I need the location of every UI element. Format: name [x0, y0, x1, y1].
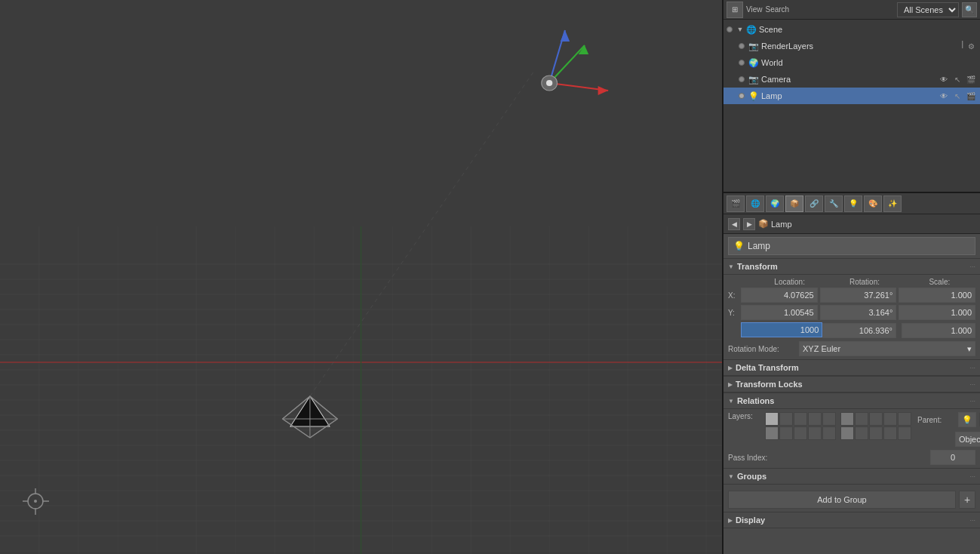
rot-y-field[interactable] — [820, 305, 897, 320]
outliner-visibility-dot — [739, 76, 745, 82]
triangle-icon: ▶ — [728, 365, 733, 371]
cursor-btn[interactable]: ↖ — [951, 90, 963, 102]
display-section-header[interactable]: ▶ Display ··· — [723, 512, 980, 528]
eye-btn[interactable]: 👁 — [938, 73, 950, 85]
back-arrow[interactable]: ◀ — [728, 218, 740, 230]
outliner-label: RenderLayers — [761, 42, 956, 51]
tab-modifiers[interactable]: 🔧 — [825, 195, 843, 212]
render-btn[interactable]: 🎬 — [965, 90, 977, 102]
layer-11[interactable] — [840, 412, 854, 426]
parent-row: Parent: 💡 ↙ — [917, 412, 980, 427]
cursor-btn[interactable]: ↖ — [951, 73, 963, 85]
outliner-row-renderlayers[interactable]: 📷 RenderLayers | ⚙ — [723, 38, 980, 54]
tab-scene[interactable]: 🌐 — [746, 195, 764, 212]
add-to-group-plus-btn[interactable]: + — [959, 491, 975, 509]
breadcrumb-object-label: Lamp — [771, 220, 792, 229]
groups-section-header[interactable]: ▼ Groups ··· — [723, 468, 980, 485]
loc-y-field[interactable] — [741, 305, 818, 320]
tab-world[interactable]: 🌍 — [766, 195, 784, 212]
relations-section-header[interactable]: ▼ Relations ··· — [723, 392, 980, 409]
layer-18[interactable] — [869, 426, 883, 440]
layer-16[interactable] — [840, 426, 854, 440]
dropdown-arrow: ▾ — [967, 344, 972, 354]
layer-10[interactable] — [822, 426, 836, 440]
layers-parent-row: Layers: — [728, 412, 975, 447]
viewport-grid — [0, 0, 722, 554]
layer-4[interactable] — [808, 412, 822, 426]
outliner-visibility-dot — [727, 26, 733, 32]
parent-type-dropdown[interactable]: Object ▾ — [955, 432, 980, 447]
layer-9[interactable] — [808, 426, 822, 440]
x-transform-row: X: — [728, 288, 975, 303]
layer-7[interactable] — [779, 426, 793, 440]
layer-20[interactable] — [898, 426, 911, 440]
rot-x-field[interactable] — [820, 288, 897, 303]
render-btn[interactable]: 🎬 — [965, 73, 977, 85]
layer-14[interactable] — [883, 412, 897, 426]
eye-btn[interactable]: 👁 — [938, 90, 950, 102]
view-menu[interactable]: View — [746, 5, 763, 14]
scale-x-field[interactable] — [899, 288, 975, 303]
outliner-icon[interactable]: ⊞ — [727, 2, 743, 18]
layers-row-1 — [765, 412, 836, 426]
x-label: X: — [728, 291, 739, 300]
outliner-row-lamp[interactable]: 💡 Lamp 👁 ↖ 🎬 — [723, 88, 980, 104]
layer-17[interactable] — [855, 426, 868, 440]
svg-point-63 — [34, 500, 37, 503]
pass-index-field[interactable] — [930, 450, 975, 465]
scale-y-field[interactable] — [899, 305, 975, 320]
add-to-group-button[interactable]: Add to Group — [728, 491, 956, 509]
layer-8[interactable] — [794, 426, 807, 440]
name-field[interactable]: 💡 Lamp — [728, 237, 975, 255]
right-panel: ⊞ View Search All Scenes 🔍 ▼ 🌐 Scene 📷 R… — [723, 0, 980, 554]
y-transform-row: Y: — [728, 305, 975, 320]
rotation-mode-value: XYZ Euler — [803, 344, 840, 353]
lamp-icon: 💡 — [748, 91, 759, 101]
rotation-mode-dropdown[interactable]: XYZ Euler ▾ — [799, 341, 975, 356]
layer-2[interactable] — [779, 412, 793, 426]
name-field-row: 💡 Lamp — [723, 234, 980, 258]
outliner[interactable]: ▼ 🌐 Scene 📷 RenderLayers | ⚙ 🌍 World 📷 C… — [723, 20, 980, 193]
outliner-toggle[interactable]: ▼ — [736, 26, 744, 33]
scenes-select[interactable]: All Scenes — [897, 2, 959, 17]
layer-5[interactable] — [822, 412, 836, 426]
layer-6[interactable] — [765, 426, 779, 440]
tab-constraints[interactable]: 🔗 — [805, 195, 823, 212]
renderlayers-settings-btn[interactable]: ⚙ — [965, 40, 977, 52]
tab-particles[interactable]: ✨ — [883, 195, 902, 212]
outliner-header: ⊞ View Search All Scenes 🔍 — [723, 0, 980, 20]
outliner-visibility-dot — [739, 60, 745, 66]
outliner-row-camera[interactable]: 📷 Camera 👁 ↖ 🎬 — [723, 71, 980, 88]
tab-render[interactable]: 🎬 — [727, 195, 745, 212]
loc-x-field[interactable] — [741, 288, 818, 303]
outliner-row-scene[interactable]: ▼ 🌐 Scene — [723, 21, 980, 38]
tab-object[interactable]: 📦 — [785, 195, 803, 212]
parent-field[interactable]: 💡 — [958, 412, 976, 427]
layer-1[interactable] — [765, 412, 779, 426]
rot-z-field[interactable] — [822, 323, 896, 338]
layer-19[interactable] — [883, 426, 897, 440]
tab-material[interactable]: 🎨 — [864, 195, 882, 212]
layers-row-3 — [840, 412, 911, 426]
search-btn[interactable]: 🔍 — [962, 2, 977, 17]
tab-data[interactable]: 💡 — [844, 195, 862, 212]
delta-transform-header[interactable]: ▶ Delta Transform ··· — [723, 359, 980, 376]
search-menu[interactable]: Search — [766, 5, 790, 14]
triangle-icon: ▼ — [728, 473, 734, 480]
viewport[interactable] — [0, 0, 723, 554]
parent-type-value: Object — [959, 435, 980, 444]
transform-locks-header[interactable]: ▶ Transform Locks ··· — [723, 376, 980, 392]
outliner-row-world[interactable]: 🌍 World — [723, 54, 980, 71]
layer-13[interactable] — [869, 412, 883, 426]
layer-12[interactable] — [855, 412, 868, 426]
add-to-group-row: Add to Group + — [728, 491, 975, 509]
pass-index-label: Pass Index: — [728, 454, 927, 462]
layer-15[interactable] — [898, 412, 911, 426]
props-tab-bar: 🎬 🌐 🌍 📦 🔗 🔧 💡 🎨 ✨ — [723, 193, 980, 214]
breadcrumb-item-object: 📦 Lamp — [758, 219, 792, 229]
layer-3[interactable] — [794, 412, 807, 426]
scale-z-field[interactable] — [902, 323, 975, 338]
forward-arrow[interactable]: ▶ — [743, 218, 755, 230]
loc-z-field[interactable] — [741, 322, 822, 337]
transform-section-header[interactable]: ▼ Transform ··· — [723, 258, 980, 275]
